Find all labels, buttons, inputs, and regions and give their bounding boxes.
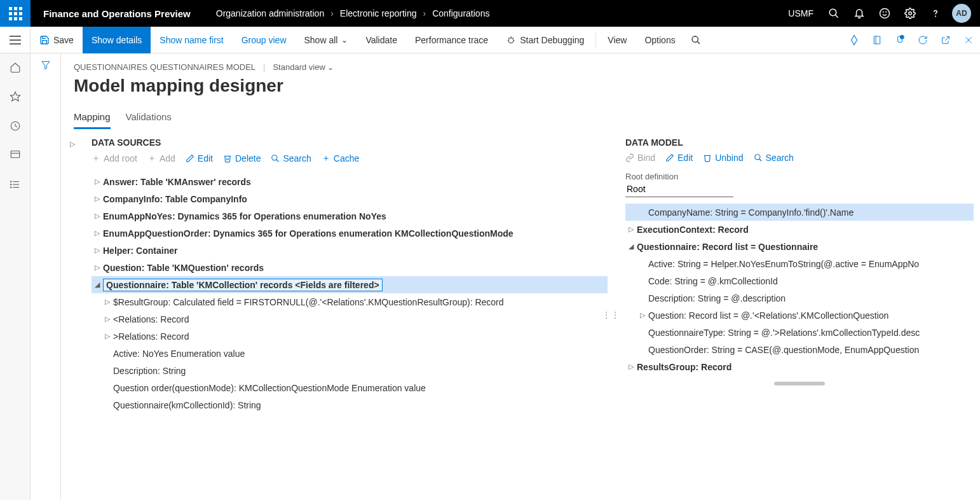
tree-row[interactable]: Active: NoYes Enumeration value <box>92 345 608 362</box>
action-search-button[interactable] <box>684 27 707 53</box>
validate-button[interactable]: Validate <box>357 27 406 53</box>
caret-right-icon[interactable]: ▷ <box>92 263 103 272</box>
tree-row[interactable]: ▷ResultsGroup: Record <box>625 358 974 375</box>
modules-nav[interactable] <box>8 177 23 192</box>
caret-right-icon[interactable]: ▷ <box>92 177 103 186</box>
breadcrumb-item[interactable]: Configurations <box>432 8 489 18</box>
delete-button[interactable]: Delete <box>223 153 261 163</box>
favorites-nav[interactable] <box>8 89 23 104</box>
tree-row[interactable]: Code: String = @.kmCollectionId <box>625 272 974 289</box>
tree-row[interactable]: ◢Questionnaire: Table 'KMCollection' rec… <box>92 276 608 293</box>
popout-button[interactable] <box>934 27 957 53</box>
smile-icon <box>879 8 890 19</box>
group-view-button[interactable]: Group view <box>233 27 296 53</box>
home-nav[interactable] <box>8 60 23 75</box>
caret-right-icon[interactable]: ▷ <box>625 363 637 371</box>
tree-row[interactable]: ▷EnumAppNoYes: Dynamics 365 for Operatio… <box>92 207 608 225</box>
help-button[interactable] <box>923 0 948 27</box>
tree-row[interactable]: Description: String <box>92 362 608 379</box>
tree-row[interactable]: QuestionOrder: String = CASE(@.questionM… <box>625 341 974 358</box>
book-button[interactable] <box>866 27 888 53</box>
tree-row[interactable]: Active: String = Helper.NoYesEnumToStrin… <box>625 255 974 272</box>
view-selector[interactable]: Standard view ⌄ <box>273 62 334 72</box>
show-name-first-button[interactable]: Show name first <box>151 27 232 53</box>
link-icon <box>625 153 634 162</box>
tree-row[interactable]: ▷>Relations: Record <box>92 328 608 345</box>
refresh-button[interactable] <box>911 27 934 53</box>
caret-right-icon[interactable]: ▷ <box>92 246 103 254</box>
caret-right-icon[interactable]: ▷ <box>637 311 648 319</box>
svg-rect-27 <box>11 151 20 158</box>
recent-nav[interactable] <box>8 118 23 134</box>
tree-row[interactable]: ▷Helper: Container <box>92 242 608 259</box>
caret-right-icon[interactable]: ▷ <box>625 225 637 233</box>
app-launcher-button[interactable] <box>0 0 31 27</box>
caret-right-icon[interactable]: ▷ <box>92 212 103 220</box>
filter-button[interactable] <box>41 60 51 500</box>
tree-row[interactable]: ▷Question: Record list = @.'<Relations'.… <box>625 307 974 324</box>
settings-button[interactable] <box>897 0 923 27</box>
options-menu[interactable]: Options <box>636 27 684 53</box>
cache-button[interactable]: ＋Cache <box>322 153 359 164</box>
close-button[interactable] <box>957 27 980 53</box>
tree-row[interactable]: Questionnaire(kmCollectionId): String <box>92 396 608 413</box>
caret-right-icon[interactable]: ▷ <box>92 229 103 237</box>
show-all-button[interactable]: Show all⌄ <box>296 27 357 53</box>
caret-right-icon[interactable]: ▷ <box>92 195 103 203</box>
bind-button[interactable]: Bind <box>625 153 655 163</box>
root-definition-input[interactable] <box>625 181 733 197</box>
tree-item-label: Questionnaire(kmCollectionId): String <box>113 400 261 410</box>
attach-button[interactable]: 0 <box>888 27 911 53</box>
breadcrumb-item[interactable]: Electronic reporting <box>340 8 417 18</box>
view-menu[interactable]: View <box>599 27 636 53</box>
performance-trace-button[interactable]: Performance trace <box>406 27 497 53</box>
tree-item-label: CompanyInfo: Table CompanyInfo <box>103 194 247 204</box>
show-details-button[interactable]: Show details <box>83 27 151 53</box>
caret-right-icon[interactable]: ▷ <box>102 315 113 323</box>
tab-mapping[interactable]: Mapping <box>74 111 111 129</box>
caret-down-icon[interactable]: ◢ <box>92 281 103 289</box>
tree-row[interactable]: ▷EnumAppQuestionOrder: Dynamics 365 for … <box>92 225 608 242</box>
company-label[interactable]: USMF <box>780 8 821 18</box>
diamond-button[interactable] <box>843 27 866 53</box>
caret-down-icon[interactable]: ◢ <box>625 242 637 251</box>
nav-toggle-button[interactable] <box>0 27 31 53</box>
save-button[interactable]: Save <box>31 27 83 53</box>
svg-point-4 <box>886 11 887 12</box>
feedback-button[interactable] <box>872 0 897 27</box>
workspaces-nav[interactable] <box>8 148 23 163</box>
unbind-button[interactable]: Unbind <box>703 153 743 163</box>
filter-column <box>31 53 61 500</box>
breadcrumb-item[interactable]: Organization administration <box>216 8 324 18</box>
add-root-button[interactable]: ＋Add root <box>92 153 137 164</box>
scrollbar-horizontal[interactable] <box>774 382 825 385</box>
tree-row[interactable]: ▷ExecutionContext: Record <box>625 221 974 238</box>
svg-text:0: 0 <box>901 36 903 39</box>
search-ds-button[interactable]: Search <box>271 153 311 163</box>
start-debugging-button[interactable]: Start Debugging <box>497 27 593 53</box>
notifications-button[interactable] <box>847 0 872 27</box>
tree-row[interactable]: QuestionnaireType: String = @.'>Relation… <box>625 324 974 341</box>
book-icon <box>872 34 882 46</box>
tab-validations[interactable]: Validations <box>126 111 172 129</box>
tree-item-label: Helper: Container <box>103 246 177 256</box>
tree-row[interactable]: CompanyName: String = CompanyInfo.'find(… <box>625 204 974 221</box>
caret-right-icon[interactable]: ▷ <box>102 332 113 340</box>
caret-right-icon[interactable]: ▷ <box>102 298 113 306</box>
tree-row[interactable]: ▷$ResultGroup: Calculated field = FIRSTO… <box>92 293 608 310</box>
add-button[interactable]: ＋Add <box>147 153 175 164</box>
tree-row[interactable]: Question order(questionMode): KMCollecti… <box>92 379 608 396</box>
tree-row[interactable]: Description: String = @.description <box>625 289 974 307</box>
tree-row[interactable]: ▷CompanyInfo: Table CompanyInfo <box>92 190 608 207</box>
user-avatar[interactable]: AD <box>952 4 971 23</box>
tree-row[interactable]: ▷Answer: Table 'KMAnswer' records <box>92 173 608 190</box>
tree-row[interactable]: ▷Question: Table 'KMQuestion' records <box>92 259 608 276</box>
tree-row[interactable]: ◢Questionnaire: Record list = Questionna… <box>625 238 974 255</box>
edit-button[interactable]: Edit <box>186 153 213 163</box>
splitter-handle[interactable]: ⋮⋮ <box>608 130 614 500</box>
search-button[interactable] <box>821 0 847 27</box>
edit-dm-button[interactable]: Edit <box>665 153 693 163</box>
panel-expand-toggle[interactable]: ▷ <box>70 140 75 148</box>
tree-row[interactable]: ▷<Relations: Record <box>92 310 608 328</box>
search-dm-button[interactable]: Search <box>754 153 794 163</box>
